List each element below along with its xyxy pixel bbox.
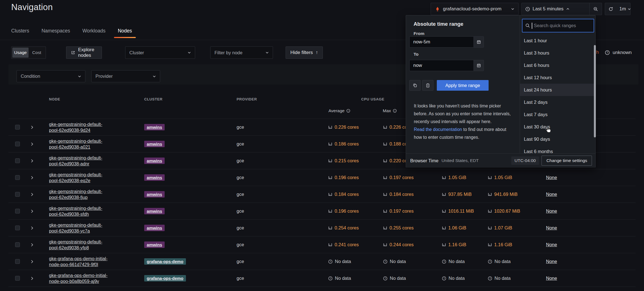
info-circle-icon[interactable]: i — [346, 109, 350, 113]
cluster-cell: amwins — [144, 236, 165, 253]
row-expand-chevron-icon[interactable] — [30, 276, 34, 280]
apply-time-range-button[interactable]: Apply time range — [437, 80, 489, 91]
quick-range-option[interactable]: Last 1 hour — [520, 34, 596, 47]
quick-range-option[interactable]: Last 30 days — [520, 121, 596, 133]
node-link[interactable]: gke-grafana-ops-demo-initial-node-poo-66… — [49, 256, 108, 267]
zoom-out-time-button[interactable] — [590, 3, 602, 15]
copy-time-range-button[interactable] — [409, 80, 421, 91]
quick-range-option[interactable]: Last 2 days — [520, 96, 596, 108]
calendar-icon — [477, 40, 481, 44]
quick-range-option[interactable]: Last 24 hours — [520, 84, 596, 96]
cluster-badge[interactable]: amwins — [144, 191, 165, 198]
quick-range-option[interactable]: Last 6 months — [520, 145, 596, 153]
node-link[interactable]: gke-gempstraining-default-pool-62ed9038-… — [49, 155, 108, 167]
row-expand-chevron-icon[interactable] — [30, 260, 34, 264]
sparkline-chart-icon — [383, 192, 387, 196]
svg-text:?: ? — [444, 277, 445, 280]
cluster-badge[interactable]: amwins — [144, 174, 165, 181]
help-text: It looks like you haven't used this time… — [414, 104, 511, 124]
cluster-badge[interactable]: amwins — [144, 208, 165, 214]
cluster-badge[interactable]: amwins — [144, 124, 165, 130]
none-link[interactable]: None — [546, 242, 557, 247]
node-link[interactable]: gke-grafana-ops-demo-initial-node-poo-b0… — [49, 273, 108, 284]
node-link[interactable]: gke-gempstraining-default-pool-62ed9038-… — [49, 172, 108, 184]
provider-select[interactable]: Provider — [91, 70, 160, 82]
node-link[interactable]: gke-gempstraining-default-pool-62ed9038-… — [49, 189, 108, 200]
tab-clusters[interactable]: Clusters — [11, 28, 29, 38]
none-link[interactable]: None — [546, 259, 557, 264]
row-checkbox[interactable] — [15, 158, 20, 163]
refresh-interval-dropdown[interactable]: 1m — [617, 3, 634, 15]
quick-ranges-scrollbar[interactable] — [594, 45, 596, 137]
node-link[interactable]: gke-gempstraining-default-pool-62ed9038-… — [49, 222, 108, 234]
row-checkbox[interactable] — [15, 142, 20, 146]
provider-cell: gce — [237, 136, 244, 152]
provider-value: gce — [237, 276, 244, 281]
row-checkbox[interactable] — [15, 175, 20, 180]
cluster-badge[interactable]: grafana-ops-demo — [144, 258, 186, 265]
refresh-button[interactable] — [605, 3, 617, 15]
row-expand-chevron-icon[interactable] — [30, 159, 34, 163]
node-link[interactable]: gke-gempstraining-default-pool-62ed9038-… — [49, 205, 108, 217]
none-link[interactable]: None — [546, 175, 557, 180]
row-checkbox[interactable] — [15, 125, 20, 130]
view-toggle-usage[interactable]: Usage — [12, 48, 29, 58]
row-checkbox[interactable] — [15, 226, 20, 230]
view-toggle-cost[interactable]: Cost — [29, 48, 45, 58]
quick-range-option[interactable]: Last 7 days — [520, 108, 596, 121]
row-checkbox[interactable] — [15, 259, 20, 264]
node-link[interactable]: gke-gempstraining-default-pool-62ed9038-… — [49, 138, 108, 150]
datasource-picker[interactable]: grafanacloud-sedemo-prom — [431, 3, 519, 15]
row-checkbox[interactable] — [15, 209, 20, 213]
row-checkbox[interactable] — [15, 276, 20, 281]
explore-nodes-button[interactable]: Explore nodes — [66, 46, 102, 59]
info-circle-icon[interactable]: i — [393, 109, 397, 113]
quick-range-option[interactable]: Last 90 days — [520, 133, 596, 145]
cluster-badge[interactable]: amwins — [144, 141, 165, 147]
tab-workloads[interactable]: Workloads — [82, 28, 105, 38]
cluster-badge[interactable]: amwins — [144, 158, 165, 164]
svg-text:?: ? — [330, 277, 331, 280]
node-link[interactable]: gke-gempstraining-default-pool-62ed9038-… — [49, 239, 108, 251]
row-expand-chevron-icon[interactable] — [30, 125, 34, 129]
row-checkbox-cell — [15, 270, 20, 287]
read-documentation-link[interactable]: Read the documentation — [414, 127, 462, 132]
quick-ranges-search[interactable] — [522, 19, 594, 32]
change-time-settings-button[interactable]: Change time settings — [542, 156, 592, 166]
row-expand-chevron-icon[interactable] — [30, 176, 34, 180]
to-input[interactable] — [409, 60, 473, 71]
node-link[interactable]: gke-gempstraining-default-pool-62ed9038-… — [49, 121, 108, 133]
calendar-button[interactable] — [473, 36, 484, 48]
node-filter-select[interactable]: Filter by node — [210, 46, 273, 59]
from-input[interactable] — [409, 36, 473, 48]
none-link[interactable]: None — [546, 225, 557, 231]
cluster-badge[interactable]: grafana-ops-demo — [144, 275, 186, 281]
tab-namespaces[interactable]: Namespaces — [41, 28, 70, 38]
cluster-badge[interactable]: amwins — [144, 225, 165, 231]
row-expand-chevron-icon[interactable] — [30, 193, 34, 196]
subcolumn-average: Average i — [328, 108, 350, 113]
paste-time-range-button[interactable] — [422, 80, 433, 91]
row-expand-chevron-icon[interactable] — [30, 209, 34, 213]
time-range-button[interactable]: Last 5 minutes — [522, 3, 589, 15]
none-link[interactable]: None — [546, 276, 557, 281]
quick-range-option[interactable]: Last 12 hours — [520, 71, 596, 84]
cluster-select[interactable]: Cluster — [125, 46, 195, 59]
hide-filters-button[interactable]: Hide filters ↑ — [286, 46, 323, 59]
tab-nodes[interactable]: Nodes — [118, 28, 132, 38]
quick-range-option[interactable]: Last 3 hours — [520, 47, 596, 59]
row-checkbox-cell — [15, 186, 20, 203]
cluster-badge[interactable]: amwins — [144, 241, 165, 248]
row-expand-chevron-icon[interactable] — [30, 226, 34, 230]
column-header-node: NODE — [49, 97, 60, 101]
condition-select[interactable]: Condition — [17, 70, 85, 82]
none-link[interactable]: None — [546, 208, 557, 214]
calendar-button[interactable] — [473, 60, 484, 71]
row-checkbox[interactable] — [15, 192, 20, 197]
row-expand-chevron-icon[interactable] — [30, 142, 34, 146]
none-link[interactable]: None — [546, 192, 557, 197]
row-checkbox[interactable] — [15, 242, 20, 247]
row-expand-chevron-icon[interactable] — [30, 243, 34, 247]
quick-ranges-search-input[interactable] — [534, 23, 591, 28]
quick-range-option[interactable]: Last 6 hours — [520, 59, 596, 71]
